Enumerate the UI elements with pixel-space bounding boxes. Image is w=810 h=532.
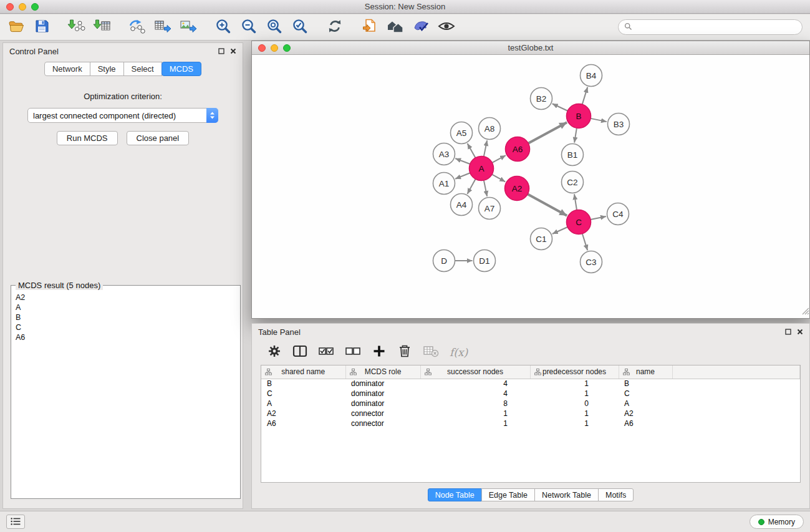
- graph-edge-C-C3[interactable]: [582, 234, 587, 251]
- table-row[interactable]: Bdominator41B: [261, 379, 800, 389]
- close-window-button[interactable]: [6, 3, 14, 11]
- network-canvas[interactable]: B4B2BB3A5A8A6B1A3AC2A1A2A4A7C4CC1C3DD1: [252, 55, 809, 317]
- graph-edge-A-A7[interactable]: [484, 180, 487, 196]
- graph-node-A3[interactable]: A3: [433, 143, 455, 165]
- optimization-select[interactable]: largest connected component (directed): [27, 108, 218, 123]
- graph-edge-A-A8[interactable]: [484, 140, 487, 157]
- graph-node-A[interactable]: A: [470, 157, 494, 181]
- graph-edge-A-A2[interactable]: [492, 175, 505, 182]
- table-row[interactable]: A6connector11A6: [261, 418, 800, 428]
- graph-node-B2[interactable]: B2: [531, 88, 552, 110]
- add-column-button[interactable]: [372, 344, 387, 360]
- zoom-selected-button[interactable]: [290, 18, 310, 37]
- graph-edge-B-B3[interactable]: [591, 118, 607, 122]
- first-neighbors-button[interactable]: [360, 18, 380, 37]
- graph-node-C2[interactable]: C2: [562, 172, 584, 193]
- save-session-button[interactable]: [32, 18, 52, 37]
- graph-edge-B-B1[interactable]: [574, 128, 577, 142]
- show-hide-button[interactable]: [436, 18, 456, 37]
- graph-edge-B-B4[interactable]: [582, 87, 588, 105]
- graph-node-B[interactable]: B: [567, 104, 591, 128]
- graph-node-A5[interactable]: A5: [451, 122, 473, 144]
- resize-grip[interactable]: [801, 306, 809, 317]
- close-panel-icon[interactable]: [230, 48, 236, 54]
- zoom-in-button[interactable]: [213, 18, 233, 37]
- tab-motifs[interactable]: Motifs: [598, 488, 634, 501]
- graph-node-C[interactable]: C: [567, 210, 591, 235]
- graph-node-A1[interactable]: A1: [433, 173, 455, 195]
- graph-edge-A-A4[interactable]: [467, 179, 475, 194]
- graph-node-D[interactable]: D: [433, 250, 455, 272]
- refresh-layout-button[interactable]: [325, 18, 345, 37]
- graph-edge-A-A3[interactable]: [455, 158, 470, 164]
- graph-edge-C-C4[interactable]: [591, 216, 606, 220]
- zoom-out-button[interactable]: [239, 18, 259, 37]
- run-mcds-button[interactable]: Run MCDS: [57, 131, 118, 145]
- open-session-button[interactable]: [6, 18, 26, 37]
- network-zoom-button[interactable]: [283, 44, 291, 52]
- import-network-button[interactable]: [67, 18, 87, 37]
- graph-edge-A-A5[interactable]: [468, 143, 476, 158]
- network-overview-button[interactable]: [385, 18, 405, 37]
- deselect-all-button[interactable]: [345, 344, 361, 360]
- minimize-window-button[interactable]: [19, 3, 26, 11]
- column-header-MCDS-role[interactable]: MCDS role: [345, 365, 420, 379]
- tab-mcds[interactable]: MCDS: [162, 62, 201, 76]
- float-table-panel-icon[interactable]: [785, 329, 791, 335]
- graph-node-D1[interactable]: D1: [474, 250, 496, 272]
- graph-edge-C-C1[interactable]: [552, 227, 567, 234]
- table-row[interactable]: Adominator80A: [261, 399, 800, 409]
- search-input[interactable]: [635, 23, 796, 32]
- show-columns-button[interactable]: [292, 344, 307, 360]
- task-history-button[interactable]: [6, 515, 25, 529]
- graph-node-A8[interactable]: A8: [479, 118, 501, 140]
- apply-style-button[interactable]: [411, 18, 431, 37]
- graph-edge-A-A6[interactable]: [492, 155, 506, 163]
- graph-edge-B-B2[interactable]: [552, 104, 568, 111]
- graph-node-B3[interactable]: B3: [608, 114, 630, 135]
- search-field[interactable]: [618, 19, 803, 35]
- table-row[interactable]: Cdominator41C: [261, 389, 800, 399]
- tab-style[interactable]: Style: [90, 62, 124, 76]
- import-table-button[interactable]: [92, 18, 112, 37]
- graph-node-B4[interactable]: B4: [581, 65, 602, 87]
- function-builder-button[interactable]: f(x): [450, 344, 468, 360]
- graph-edge-C-C2[interactable]: [574, 194, 577, 210]
- column-header-shared-name[interactable]: shared name: [261, 365, 345, 379]
- memory-button[interactable]: Memory: [750, 515, 804, 529]
- column-header-predecessor-nodes[interactable]: predecessor nodes: [530, 365, 619, 379]
- graph-node-A4[interactable]: A4: [451, 194, 473, 216]
- tab-node-table[interactable]: Node Table: [428, 488, 482, 501]
- tab-network-table[interactable]: Network Table: [534, 488, 599, 501]
- zoom-window-button[interactable]: [31, 3, 39, 11]
- graph-node-A7[interactable]: A7: [479, 198, 501, 220]
- network-minimize-button[interactable]: [271, 44, 278, 52]
- select-all-button[interactable]: [318, 344, 334, 360]
- export-network-button[interactable]: [127, 18, 147, 37]
- graph-node-C3[interactable]: C3: [581, 251, 602, 273]
- network-close-button[interactable]: [258, 44, 266, 52]
- graph-node-C1[interactable]: C1: [531, 228, 552, 250]
- column-header-successor-nodes[interactable]: successor nodes: [420, 365, 530, 379]
- column-header-name[interactable]: name: [619, 365, 672, 379]
- close-table-panel-icon[interactable]: [797, 329, 803, 335]
- graph-edge-A-A1[interactable]: [455, 173, 470, 179]
- graph-node-A2[interactable]: A2: [505, 177, 529, 201]
- delete-table-button[interactable]: [423, 344, 439, 360]
- tab-select[interactable]: Select: [123, 62, 162, 76]
- delete-column-button[interactable]: [397, 344, 412, 360]
- graph-edge-A6-B[interactable]: [528, 122, 567, 143]
- graph-node-B1[interactable]: B1: [562, 144, 584, 166]
- graph-node-C4[interactable]: C4: [607, 203, 629, 225]
- graph-edge-A2-C[interactable]: [528, 194, 567, 215]
- export-image-button[interactable]: [178, 18, 198, 37]
- close-panel-button[interactable]: Close panel: [127, 131, 190, 145]
- tab-network[interactable]: Network: [44, 62, 90, 76]
- tab-edge-table[interactable]: Edge Table: [481, 488, 535, 501]
- table-row[interactable]: A2connector11A2: [261, 409, 800, 418]
- graph-node-A6[interactable]: A6: [506, 137, 530, 162]
- float-panel-icon[interactable]: [218, 48, 224, 54]
- table-settings-button[interactable]: [267, 344, 282, 360]
- zoom-fit-button[interactable]: [264, 18, 284, 37]
- export-table-button[interactable]: [153, 18, 173, 37]
